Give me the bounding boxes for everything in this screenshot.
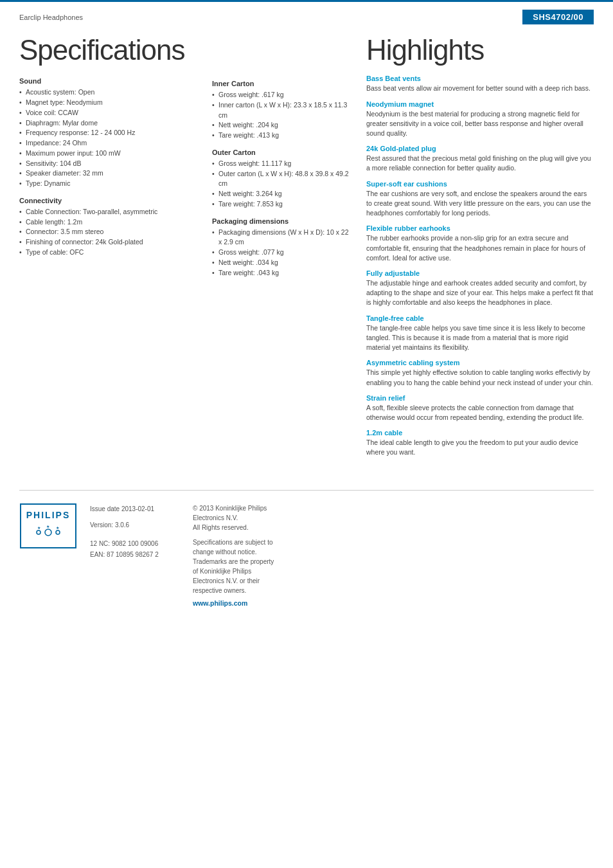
highlight-heading-7: Asymmetric cabling system [366, 359, 594, 366]
highlight-item-6: Tangle-free cable The tangle-free cable … [366, 314, 594, 353]
specifications-column: Specifications Sound Acoustic system: Op… [19, 35, 199, 464]
list-item: Speaker diameter: 32 mm [19, 168, 199, 179]
philips-logo: PHILIPS ★ ★ ★ [20, 503, 76, 548]
svg-point-0 [37, 530, 40, 534]
svg-text:★: ★ [56, 526, 59, 530]
highlight-text-3: The ear cushions are very soft, and encl… [366, 189, 594, 219]
footer-info: Issue date 2013-02-01 Version: 3.0.6 12 … [90, 503, 594, 607]
sound-list: Acoustic system: Open Magnet type: Neody… [19, 87, 199, 189]
highlights-column: Highlights Bass Beat vents Bass beat ven… [366, 35, 594, 464]
list-item: Tare weight: 7.853 kg [212, 199, 353, 210]
copyright-text: © 2013 Koninklijke Philips Electronics N… [193, 503, 276, 532]
highlight-text-0: Bass beat vents allow air movement for b… [366, 84, 594, 93]
connectivity-heading: Connectivity [19, 197, 199, 204]
main-content: Specifications Sound Acoustic system: Op… [0, 28, 613, 477]
page-title: Specifications [19, 35, 199, 66]
svg-point-2 [56, 530, 60, 534]
philips-logo-text: PHILIPS [26, 510, 70, 520]
list-item: Tare weight: .043 kg [212, 268, 353, 278]
highlight-text-9: The ideal cable length to give you the f… [366, 438, 594, 457]
philips-emblem-svg: ★ ★ ★ [32, 523, 64, 542]
packaging-heading: Packaging dimensions [212, 217, 353, 225]
list-item: Nett weight: .034 kg [212, 258, 353, 268]
highlight-item-5: Fully adjustable The adjustable hinge an… [366, 269, 594, 308]
highlight-heading-8: Strain relief [366, 394, 594, 402]
list-item: Frequency response: 12 - 24 000 Hz [19, 128, 199, 138]
list-item: Packaging dimensions (W x H x D): 10 x 2… [212, 228, 353, 248]
svg-point-1 [45, 529, 51, 536]
highlight-item-3: Super-soft ear cushions The ear cushions… [366, 180, 594, 219]
highlight-item-8: Strain relief A soft, flexible sleeve pr… [366, 394, 594, 422]
highlight-text-7: This simple yet highly effective solutio… [366, 368, 594, 387]
list-item: Cable Connection: Two-parallel, asymmetr… [19, 207, 199, 217]
highlight-item-1: Neodymium magnet Neodynium is the best m… [366, 100, 594, 139]
highlight-heading-2: 24k Gold-plated plug [366, 145, 594, 152]
highlight-heading-0: Bass Beat vents [366, 75, 594, 82]
list-item: Cable length: 1.2m [19, 217, 199, 228]
list-item: Voice coil: CCAW [19, 108, 199, 118]
highlight-heading-1: Neodymium magnet [366, 100, 594, 108]
philips-logo-area: PHILIPS ★ ★ ★ [19, 503, 77, 548]
issue-date: Issue date 2013-02-01 [90, 503, 180, 514]
highlight-heading-3: Super-soft ear cushions [366, 180, 594, 188]
sound-heading: Sound [19, 77, 199, 85]
packaging-column: Inner Carton Gross weight: .617 kg Inner… [212, 35, 353, 464]
list-item: Connector: 3.5 mm stereo [19, 227, 199, 237]
list-item: Gross weight: .077 kg [212, 248, 353, 258]
list-item: Nett weight: 3.264 kg [212, 189, 353, 199]
highlights-title: Highlights [366, 35, 594, 66]
highlight-text-8: A soft, flexible sleeve protects the cab… [366, 403, 594, 422]
list-item: Type of cable: OFC [19, 248, 199, 258]
outer-carton-list: Gross weight: 11.117 kg Outer carton (L … [212, 159, 353, 210]
inner-carton-list: Gross weight: .617 kg Inner carton (L x … [212, 90, 353, 141]
list-item: Finishing of connector: 24k Gold-plated [19, 237, 199, 248]
legal-text: Specifications are subject to change wit… [193, 538, 276, 595]
list-item: Tare weight: .413 kg [212, 131, 353, 141]
list-item: Inner carton (L x W x H): 23.3 x 18.5 x … [212, 100, 353, 121]
svg-text:★: ★ [46, 525, 49, 529]
inner-carton-heading: Inner Carton [212, 80, 353, 87]
nc-ean: 12 NC: 9082 100 09006 EAN: 87 10895 9826… [90, 538, 180, 560]
list-item: Impedance: 24 Ohm [19, 138, 199, 149]
page: Earclip Headphones SHS4702/00 Specificat… [0, 0, 613, 868]
list-item: Nett weight: .204 kg [212, 120, 353, 131]
highlight-heading-6: Tangle-free cable [366, 314, 594, 322]
footer-col-dates: Issue date 2013-02-01 Version: 3.0.6 12 … [90, 503, 180, 607]
list-item: Gross weight: 11.117 kg [212, 159, 353, 169]
highlight-item-0: Bass Beat vents Bass beat vents allow ai… [366, 75, 594, 93]
list-item: Type: Dynamic [19, 179, 199, 189]
highlight-item-9: 1.2m cable The ideal cable length to giv… [366, 429, 594, 457]
outer-carton-heading: Outer Carton [212, 149, 353, 156]
list-item: Acoustic system: Open [19, 87, 199, 98]
footer-col-copyright: © 2013 Koninklijke Philips Electronics N… [193, 503, 276, 607]
highlight-heading-4: Flexible rubber earhooks [366, 224, 594, 232]
philips-emblem: ★ ★ ★ [26, 523, 70, 542]
highlight-item-4: Flexible rubber earhooks The rubber earh… [366, 224, 594, 263]
website: www.philips.com [193, 599, 276, 607]
highlight-text-1: Neodynium is the best material for produ… [366, 109, 594, 139]
highlight-heading-9: 1.2m cable [366, 429, 594, 437]
highlight-text-6: The tangle-free cable helps you save tim… [366, 323, 594, 353]
version: Version: 3.0.6 [90, 520, 180, 530]
list-item: Magnet type: Neodymium [19, 98, 199, 108]
list-item: Maximum power input: 100 mW [19, 149, 199, 159]
highlight-text-4: The rubber earhooks provide a non-slip g… [366, 233, 594, 263]
highlight-item-2: 24k Gold-plated plug Rest assured that t… [366, 145, 594, 173]
highlight-text-5: The adjustable hinge and earhook creates… [366, 278, 594, 308]
svg-text:★: ★ [37, 526, 40, 530]
header: Earclip Headphones SHS4702/00 [0, 2, 613, 28]
model-number: SHS4702/00 [522, 10, 594, 24]
connectivity-list: Cable Connection: Two-parallel, asymmetr… [19, 207, 199, 258]
highlight-item-7: Asymmetric cabling system This simple ye… [366, 359, 594, 387]
highlight-text-2: Rest assured that the precious metal gol… [366, 154, 594, 173]
list-item: Outer carton (L x W x H): 48.8 x 39.8 x … [212, 169, 353, 190]
list-item: Diaphragm: Mylar dome [19, 118, 199, 129]
product-type: Earclip Headphones [19, 14, 83, 21]
footer: PHILIPS ★ ★ ★ [19, 490, 594, 607]
list-item: Sensitivity: 104 dB [19, 159, 199, 169]
highlight-heading-5: Fully adjustable [366, 269, 594, 277]
list-item: Gross weight: .617 kg [212, 90, 353, 100]
packaging-list: Packaging dimensions (W x H x D): 10 x 2… [212, 228, 353, 278]
